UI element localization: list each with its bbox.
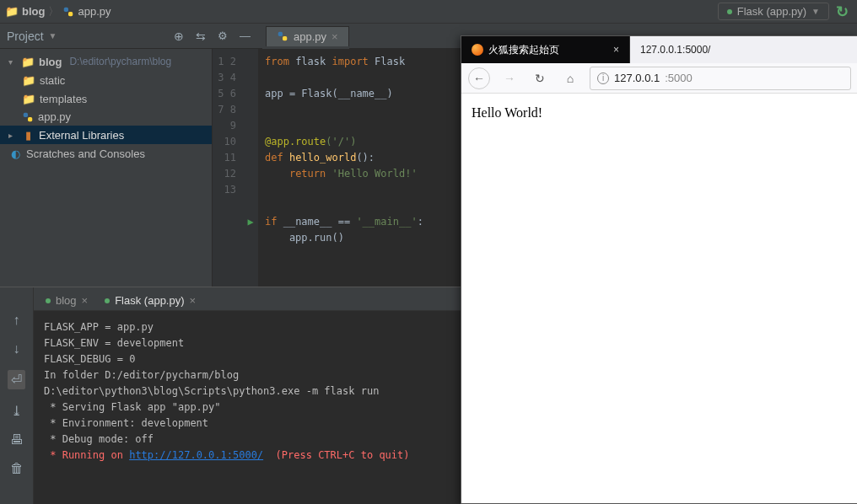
page-text: Hello World! — [472, 105, 542, 120]
forward-button[interactable]: → — [499, 67, 520, 89]
tree-root-name: blog — [39, 56, 62, 68]
run-button-icon[interactable]: ↻ — [836, 3, 849, 21]
run-config-dot — [727, 9, 732, 14]
browser-tab-inactive[interactable]: 127.0.0.1:5000/ — [630, 36, 857, 63]
editor-tab-label: app.py — [294, 30, 326, 43]
tool-window-actions: ↑ ↓ ⏎ ⤓ 🖶 🗑 — [0, 287, 34, 504]
tree-root[interactable]: ▾ 📁 blog D:\editor\pycharm\blog — [0, 52, 212, 71]
run-config-label: Flask (app.py) — [737, 5, 806, 18]
python-icon — [62, 6, 74, 18]
svg-rect-5 — [28, 117, 32, 121]
target-icon[interactable]: ⊕ — [174, 29, 184, 43]
project-tree: ▾ 📁 blog D:\editor\pycharm\blog 📁 static… — [0, 49, 213, 287]
console-tab-label: Flask (app.py) — [115, 294, 184, 307]
console-tab-flask[interactable]: Flask (app.py) × — [96, 291, 204, 310]
console-url-link[interactable]: http://127.0.0.1:5000/ — [129, 449, 263, 461]
browser-tab-active[interactable]: 火狐搜索起始页 × — [461, 36, 630, 63]
scroll-to-end-icon[interactable]: ⤓ — [11, 403, 22, 419]
code-content[interactable]: from flask import Flask app = Flask(__na… — [258, 49, 430, 287]
svg-rect-0 — [64, 7, 68, 11]
reload-button[interactable]: ↻ — [529, 67, 551, 89]
folder-icon: 📁 — [5, 5, 19, 19]
print-icon[interactable]: 🖶 — [10, 432, 24, 448]
breadcrumb-sep: 〉 — [48, 4, 59, 19]
tree-scratches[interactable]: ◐ Scratches and Consoles — [0, 144, 212, 163]
run-gutter: ▶ — [243, 49, 258, 287]
tree-item-label: templates — [40, 93, 87, 105]
status-dot-icon — [46, 298, 51, 303]
svg-rect-3 — [283, 36, 287, 40]
soft-wrap-icon[interactable]: ⏎ — [8, 370, 25, 389]
browser-viewport: Hello World! — [461, 94, 857, 503]
folder-icon: 📁 — [21, 55, 35, 68]
down-arrow-icon[interactable]: ↓ — [13, 341, 20, 357]
browser-toolbar: ← → ↻ ⌂ i 127.0.0.1:5000 — [461, 63, 857, 94]
python-icon — [277, 30, 288, 42]
browser-tab-label: 127.0.0.1:5000/ — [640, 44, 710, 56]
collapse-icon[interactable]: ⇆ — [196, 29, 206, 43]
status-dot-icon — [105, 298, 110, 303]
url-host: 127.0.0.1 — [614, 72, 660, 84]
line-number-gutter: 1 2 3 4 5 6 7 8 9 10 11 12 13 — [213, 49, 243, 287]
project-panel-title: Project — [7, 29, 44, 43]
breadcrumb[interactable]: 📁 blog 〉 app.py — [0, 4, 116, 19]
tree-item-templates[interactable]: 📁 templates — [0, 89, 212, 108]
browser-window: 火狐搜索起始页 × 127.0.0.1:5000/ ← → ↻ ⌂ i 127.… — [461, 35, 857, 504]
close-icon[interactable]: × — [613, 44, 619, 56]
breadcrumb-folder: blog — [22, 5, 45, 18]
tree-root-path: D:\editor\pycharm\blog — [69, 56, 171, 67]
top-bar: 📁 blog 〉 app.py Flask (app.py) ▼ ↻ — [0, 0, 857, 24]
close-icon[interactable]: × — [190, 294, 197, 307]
tree-item-label: app.py — [38, 110, 71, 123]
browser-tab-strip: 火狐搜索起始页 × 127.0.0.1:5000/ — [461, 36, 857, 63]
close-icon[interactable]: × — [82, 294, 89, 307]
console-tab-blog[interactable]: blog × — [37, 291, 96, 310]
tree-item-app-py[interactable]: app.py — [0, 108, 212, 126]
browser-tab-label: 火狐搜索起始页 — [488, 43, 559, 57]
editor-tab-app[interactable]: app.py × — [266, 26, 349, 46]
run-line-icon[interactable]: ▶ — [247, 216, 253, 228]
python-icon — [22, 111, 34, 123]
console-tab-label: blog — [56, 294, 77, 307]
scratch-icon: ◐ — [8, 147, 22, 160]
close-icon[interactable]: × — [331, 30, 338, 43]
url-port: :5000 — [665, 72, 693, 84]
svg-rect-1 — [68, 12, 73, 16]
url-bar[interactable]: i 127.0.0.1:5000 — [590, 67, 851, 90]
delete-icon[interactable]: 🗑 — [10, 461, 24, 476]
tree-item-label: Scratches and Consoles — [26, 147, 145, 160]
tree-item-label: External Libraries — [39, 129, 124, 142]
info-icon[interactable]: i — [597, 72, 609, 84]
folder-icon: 📁 — [22, 92, 35, 105]
back-button[interactable]: ← — [468, 67, 490, 89]
expand-icon[interactable]: ▾ — [8, 57, 17, 67]
home-button[interactable]: ⌂ — [559, 67, 581, 89]
tree-item-static[interactable]: 📁 static — [0, 71, 212, 89]
minimize-icon[interactable]: — — [240, 29, 251, 42]
chevron-down-icon: ▼ — [811, 7, 820, 16]
chevron-down-icon[interactable]: ▼ — [49, 31, 57, 40]
tree-external-libraries[interactable]: ▸ ▮ External Libraries — [0, 126, 212, 144]
run-config-selector[interactable]: Flask (app.py) ▼ — [718, 3, 829, 20]
tree-item-label: static — [40, 74, 65, 87]
svg-rect-2 — [278, 32, 283, 36]
firefox-icon — [472, 44, 483, 56]
gear-icon[interactable]: ⚙ — [218, 29, 228, 42]
breadcrumb-file: app.py — [78, 5, 110, 18]
library-icon: ▮ — [21, 128, 35, 142]
expand-icon[interactable]: ▸ — [8, 131, 17, 140]
folder-icon: 📁 — [22, 73, 35, 87]
svg-rect-4 — [24, 112, 28, 116]
project-panel-header: Project ▼ ⊕ ⇆ — [0, 24, 213, 49]
up-arrow-icon[interactable]: ↑ — [13, 313, 20, 328]
